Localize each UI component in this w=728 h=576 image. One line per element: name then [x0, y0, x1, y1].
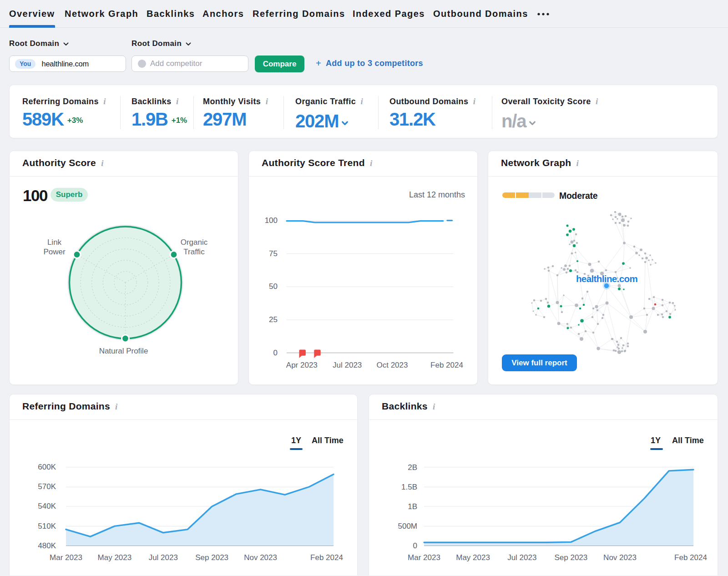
svg-text:healthline.com: healthline.com — [576, 273, 637, 284]
